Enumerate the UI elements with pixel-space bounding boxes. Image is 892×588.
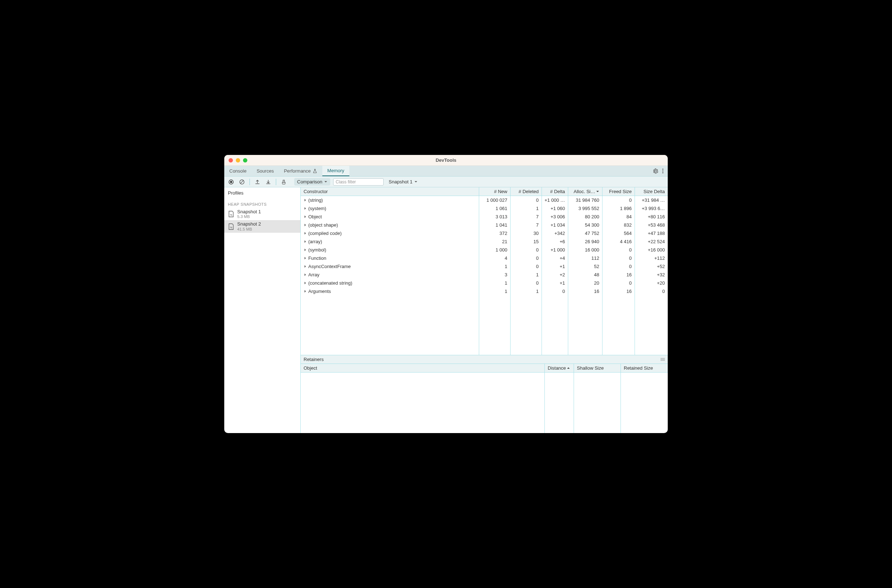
chevron-down-icon [324, 180, 327, 183]
tab-label: Sources [257, 168, 274, 174]
expand-arrow-icon[interactable] [304, 198, 307, 202]
profiles-label: Profiles [224, 188, 300, 198]
svg-point-1 [230, 181, 232, 183]
view-mode-dropdown[interactable]: Comparison [294, 178, 330, 186]
table-row[interactable]: (concatenated string) 1 0 +1 20 0 +20 [301, 279, 668, 287]
profiles-sidebar: Profiles HEAP SNAPSHOTS % Snapshot 1 5.3… [224, 188, 301, 433]
retainers-body[interactable] [301, 372, 668, 433]
expand-arrow-icon[interactable] [304, 290, 307, 293]
table-row[interactable]: (symbol) 1 000 0 +1 000 16 000 0 +16 000 [301, 246, 668, 254]
cell-freed: 16 [602, 287, 635, 296]
tab-sources[interactable]: Sources [252, 166, 279, 176]
devtools-window: DevTools Console Sources Performance Mem… [224, 155, 668, 433]
table-row[interactable]: (object shape) 1 041 7 +1 034 54 300 832… [301, 221, 668, 229]
cell-deleted: 30 [510, 229, 542, 237]
content-area: Constructor # New # Deleted # Delta Allo… [301, 188, 668, 433]
cell-alloc: 26 940 [568, 237, 602, 246]
rcol-distance[interactable]: Distance [545, 364, 574, 372]
maximize-window-button[interactable] [243, 158, 247, 162]
col-new[interactable]: # New [479, 188, 510, 196]
table-row[interactable]: Function 4 0 +4 112 0 +112 [301, 254, 668, 262]
cell-delta: +3 006 [542, 213, 568, 221]
cell-size-delta: +52 [635, 262, 668, 271]
sort-asc-icon [567, 366, 570, 370]
settings-button[interactable] [650, 167, 659, 176]
constructor-name: (system) [308, 206, 326, 211]
expand-arrow-icon[interactable] [304, 224, 307, 226]
table-body[interactable]: (string) 1 000 027 0 +1 000 … 31 984 760… [301, 196, 668, 355]
retainers-title-bar: Retainers [301, 355, 668, 364]
cell-freed: 0 [602, 196, 635, 204]
dropdown-label: Comparison [297, 179, 322, 184]
table-row[interactable]: Arguments 1 1 0 16 16 0 [301, 287, 668, 296]
cell-delta: 0 [542, 287, 568, 296]
heap-snapshots-label: HEAP SNAPSHOTS [224, 198, 300, 208]
snapshot-text: Snapshot 1 5.3 MB [237, 209, 261, 219]
table-row[interactable]: Array 3 1 +2 48 16 +32 [301, 271, 668, 279]
expand-arrow-icon[interactable] [304, 248, 307, 252]
rcol-shallow-size[interactable]: Shallow Size [574, 364, 621, 372]
expand-arrow-icon[interactable] [304, 240, 307, 243]
constructor-name: (compiled code) [308, 231, 342, 236]
table-row[interactable]: (compiled code) 372 30 +342 47 752 564 +… [301, 229, 668, 237]
tab-performance[interactable]: Performance [279, 166, 322, 176]
col-size-delta[interactable]: Size Delta [635, 188, 668, 196]
cell-delta: +1 [542, 279, 568, 287]
cell-new: 1 000 [479, 246, 510, 254]
cell-freed: 16 [602, 271, 635, 279]
clear-button[interactable] [238, 178, 246, 186]
cell-alloc: 52 [568, 262, 602, 271]
col-constructor[interactable]: Constructor [301, 188, 479, 196]
rcol-object[interactable]: Object [301, 364, 545, 372]
load-button[interactable] [253, 178, 262, 186]
tab-console[interactable]: Console [224, 166, 252, 176]
cell-deleted: 7 [510, 221, 542, 229]
more-menu-button[interactable] [661, 169, 665, 173]
retainers-menu-button[interactable] [660, 358, 665, 361]
cell-new: 1 061 [479, 204, 510, 213]
expand-arrow-icon[interactable] [304, 256, 307, 260]
table-row[interactable]: (system) 1 061 1 +1 060 3 995 552 1 896 … [301, 204, 668, 213]
expand-arrow-icon[interactable] [304, 215, 307, 218]
table-row[interactable]: AsyncContextFrame 1 0 +1 52 0 +52 [301, 262, 668, 271]
tab-label: Console [229, 168, 247, 174]
clear-icon [239, 179, 245, 185]
dropdown-label: Snapshot 1 [389, 179, 412, 184]
expand-arrow-icon[interactable] [304, 232, 307, 235]
col-alloc-size[interactable]: Alloc. Si… [568, 188, 602, 196]
constructor-name: Function [308, 255, 326, 261]
cell-new: 1 [479, 262, 510, 271]
col-freed-size[interactable]: Freed Size [602, 188, 635, 196]
cell-freed: 0 [602, 246, 635, 254]
expand-arrow-icon[interactable] [304, 265, 307, 268]
col-delta[interactable]: # Delta [542, 188, 568, 196]
constructor-name: Object [308, 214, 322, 219]
expand-arrow-icon[interactable] [304, 207, 307, 210]
constructor-name: Arguments [308, 289, 331, 294]
cell-size-delta: +16 000 [635, 246, 668, 254]
col-deleted[interactable]: # Deleted [510, 188, 542, 196]
minimize-window-button[interactable] [236, 158, 240, 162]
cell-freed: 0 [602, 279, 635, 287]
collect-garbage-button[interactable] [280, 178, 288, 186]
tab-memory[interactable]: Memory [322, 166, 349, 176]
table-row[interactable]: (string) 1 000 027 0 +1 000 … 31 984 760… [301, 196, 668, 204]
cell-freed: 564 [602, 229, 635, 237]
sort-desc-icon [596, 190, 599, 193]
table-header: Constructor # New # Deleted # Delta Allo… [301, 188, 668, 196]
snapshot-item[interactable]: % Snapshot 1 5.3 MB [224, 208, 300, 220]
snapshot-item[interactable]: % Snapshot 2 41.5 MB [224, 220, 300, 232]
panel-tabs: Console Sources Performance Memory [224, 166, 668, 177]
record-button[interactable] [227, 178, 235, 186]
expand-arrow-icon[interactable] [304, 281, 307, 285]
save-button[interactable] [264, 178, 272, 186]
table-row[interactable]: (array) 21 15 +6 26 940 4 416 +22 524 [301, 237, 668, 246]
close-window-button[interactable] [229, 158, 233, 162]
class-filter-input[interactable] [333, 178, 384, 186]
svg-text:%: % [230, 226, 232, 229]
expand-arrow-icon[interactable] [304, 273, 307, 276]
table-row[interactable]: Object 3 013 7 +3 006 80 200 84 +80 116 [301, 213, 668, 221]
cell-size-delta: +20 [635, 279, 668, 287]
base-snapshot-dropdown[interactable]: Snapshot 1 [387, 179, 420, 184]
rcol-retained-size[interactable]: Retained Size [621, 364, 668, 372]
